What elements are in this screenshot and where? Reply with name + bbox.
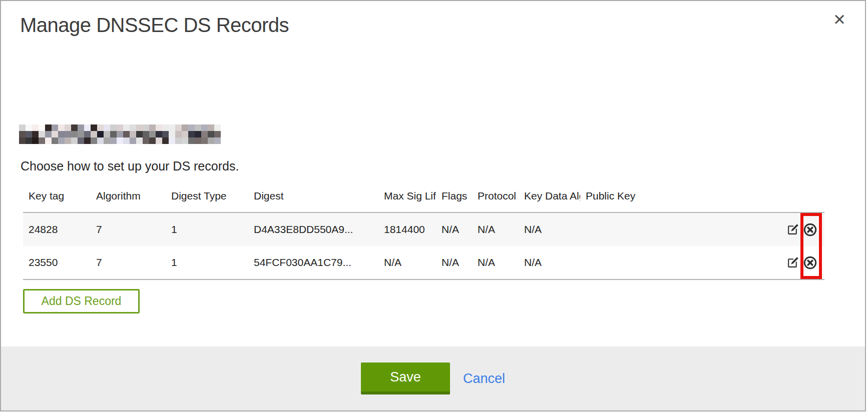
table-header-row: Key tag Algorithm Digest Type Digest Max… (23, 188, 824, 212)
cell-protocol: N/A (472, 246, 519, 280)
col-header-actions (784, 188, 824, 212)
col-header-algorithm: Algorithm (91, 188, 166, 212)
cell-max-sig-life: 1814400 (378, 212, 436, 246)
cell-digest: D4A33E8DD550A9... (248, 212, 378, 246)
table-row: 23550 7 1 54FCF030AA1C79... N/A N/A N/A … (23, 246, 824, 280)
col-header-flags: Flags (436, 188, 472, 212)
cell-digest-type: 1 (166, 246, 248, 280)
close-icon[interactable]: ✕ (833, 12, 846, 28)
cell-key-data-alg: N/A (519, 246, 580, 280)
page-title: Manage DNSSEC DS Records (20, 14, 289, 36)
cell-algorithm: 7 (91, 212, 166, 246)
cell-algorithm: 7 (91, 246, 166, 280)
col-header-protocol: Protocol (472, 188, 519, 212)
cell-key-tag: 23550 (23, 246, 91, 280)
add-ds-record-button[interactable]: Add DS Record (23, 289, 140, 314)
cell-digest-type: 1 (166, 212, 248, 246)
col-header-digest: Digest (248, 188, 378, 212)
col-header-key-tag: Key tag (23, 188, 91, 212)
dialog-footer: Save Cancel (1, 346, 865, 410)
edit-record-icon[interactable] (786, 224, 799, 236)
edit-record-icon[interactable] (786, 256, 799, 269)
cancel-link[interactable]: Cancel (463, 371, 505, 386)
cell-public-key (580, 246, 784, 280)
save-button[interactable]: Save (361, 362, 450, 394)
row-actions (784, 213, 824, 246)
cell-flags: N/A (436, 212, 472, 246)
cell-flags: N/A (436, 246, 472, 280)
cell-key-tag: 24828 (23, 212, 91, 246)
cell-digest: 54FCF030AA1C79... (248, 246, 378, 280)
ds-records-table: Key tag Algorithm Digest Type Digest Max… (23, 188, 824, 280)
cell-max-sig-life: N/A (378, 246, 436, 280)
table-row: 24828 7 1 D4A33E8DD550A9... 1814400 N/A … (23, 212, 824, 246)
col-header-max-sig-life: Max Sig Life (378, 188, 436, 212)
col-header-key-data-alg: Key Data Alg (519, 188, 580, 212)
cell-public-key (580, 212, 784, 246)
instruction-text: Choose how to set up your DS records. (21, 159, 239, 174)
delete-record-icon[interactable] (803, 256, 817, 270)
cell-protocol: N/A (472, 212, 519, 246)
col-header-public-key: Public Key (580, 188, 784, 212)
dnssec-dialog: Manage DNSSEC DS Records ✕ Choose how to… (0, 0, 866, 412)
redacted-domain-name (19, 124, 221, 144)
row-actions (784, 246, 824, 279)
col-header-digest-type: Digest Type (166, 188, 248, 212)
delete-record-icon[interactable] (803, 223, 817, 236)
cell-key-data-alg: N/A (519, 212, 580, 246)
